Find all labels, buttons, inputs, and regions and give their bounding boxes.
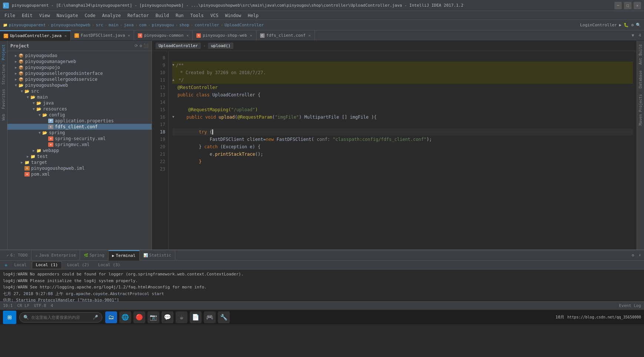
- tree-item-java[interactable]: ▼ 📂 java: [7, 100, 152, 106]
- bottom-tab-spring[interactable]: 🌿 Spring: [80, 250, 109, 261]
- terminal-subtab-local1[interactable]: Local (1): [32, 261, 62, 268]
- left-tab-structure[interactable]: Structure: [1, 62, 6, 87]
- close-button[interactable]: ✕: [634, 2, 641, 9]
- menu-window[interactable]: Window: [222, 12, 244, 19]
- breadcrumb-class[interactable]: UploadController: [225, 23, 264, 27]
- taskbar-app-app8[interactable]: 🎮: [204, 311, 216, 323]
- tab-close-fdfs[interactable]: ✕: [309, 33, 311, 37]
- tree-item-iml[interactable]: i pinyougoushopweb.iml: [7, 165, 152, 171]
- terminal-add-button[interactable]: +: [3, 262, 9, 268]
- tree-item-sellergoods-iface[interactable]: ▶ 📦 pinyougousellergoodsinterface: [7, 70, 152, 76]
- right-tab-maven[interactable]: Maven Projects: [638, 92, 643, 128]
- debug-button[interactable]: 🐛: [624, 23, 629, 27]
- tree-item-src[interactable]: ▼ 📂 src: [7, 88, 152, 94]
- breadcrumb-com[interactable]: com: [139, 23, 146, 27]
- breadcrumb-root[interactable]: pinyougouparent: [9, 23, 46, 27]
- bottom-tab-todo[interactable]: ✓ 6: TODO: [3, 250, 31, 261]
- taskbar-app-app4[interactable]: 📷: [147, 311, 159, 323]
- taskbar-app-app3[interactable]: 🔴: [133, 311, 145, 323]
- taskbar-app-app9[interactable]: 🔧: [218, 311, 230, 323]
- terminal-subtab-local[interactable]: Local: [10, 262, 30, 268]
- tab-close-common[interactable]: ✕: [186, 33, 189, 37]
- taskbar-app-app5[interactable]: 💬: [162, 311, 173, 323]
- menu-analyze[interactable]: Analyze: [99, 12, 124, 19]
- taskbar-app-explorer[interactable]: 🗂: [105, 311, 117, 323]
- tree-item-pom[interactable]: x pom.xml: [7, 171, 152, 177]
- breadcrumb-shop[interactable]: shop: [179, 23, 189, 27]
- status-encoding[interactable]: UTF-8: [34, 303, 46, 308]
- start-button[interactable]: ⊞: [3, 311, 16, 324]
- tree-item-springmvc[interactable]: x springmvc.xml: [7, 142, 152, 148]
- tree-item-sellergoods-svc[interactable]: ▶ 📦 pinyougousellergoodsservice: [7, 76, 152, 82]
- breadcrumb-controller[interactable]: controller: [195, 23, 219, 27]
- menu-edit[interactable]: Edit: [19, 12, 36, 19]
- breadcrumb-src[interactable]: src: [96, 23, 103, 27]
- taskbar-search[interactable]: 🔍 🎤: [19, 312, 102, 323]
- fold-icon-9[interactable]: ▼: [172, 63, 174, 68]
- tree-item-main[interactable]: ▼ 📂 main: [7, 94, 152, 100]
- breadcrumb-shopweb[interactable]: pinyougoushopweb: [51, 23, 90, 27]
- menu-vcs[interactable]: VCS: [208, 12, 222, 19]
- menu-view[interactable]: View: [36, 12, 53, 19]
- editor-bc-method[interactable]: upload(): [208, 43, 233, 49]
- tree-item-spring-security[interactable]: x spring-security.xml: [7, 136, 152, 142]
- terminal-subtab-local2[interactable]: Local (2): [63, 262, 93, 268]
- sync-icon[interactable]: ⟳: [135, 43, 138, 48]
- menu-file[interactable]: File: [1, 12, 18, 19]
- menu-refactor[interactable]: Refactor: [125, 12, 152, 19]
- tree-item-resources[interactable]: ▼ 📂 resources: [7, 106, 152, 112]
- tree-item-pinyougoudao[interactable]: ▶ 📦 pinyougoudao: [7, 53, 152, 59]
- left-tab-favorites[interactable]: Favorites: [1, 87, 6, 111]
- tree-item-pojo[interactable]: ▶ 📦 pinyougoupojo: [7, 65, 152, 70]
- bottom-tab-javaee[interactable]: ☕ Java Enterprise: [31, 250, 80, 261]
- tab-close-fastdfs[interactable]: ✕: [128, 33, 130, 37]
- breadcrumb-main[interactable]: main: [109, 23, 119, 27]
- tree-item-managerweb[interactable]: ▶ 📦 pinyougoumanagerweb: [7, 59, 152, 65]
- tree-item-webapp[interactable]: ▶ 📁 webapp: [7, 148, 152, 153]
- tree-item-config[interactable]: ▼ 📂 config: [7, 112, 152, 118]
- tree-item-app-props[interactable]: P application.properties: [7, 118, 152, 124]
- minimize-button[interactable]: ─: [614, 2, 622, 9]
- tree-item-test[interactable]: ▶ 📁 test: [7, 153, 152, 159]
- status-line-ending[interactable]: CR LF: [17, 303, 30, 308]
- event-log-button[interactable]: Event Log: [619, 303, 641, 308]
- bottom-tab-statistic[interactable]: 📊 Statistic: [140, 250, 176, 261]
- fold-icon-16[interactable]: ▼: [172, 115, 174, 120]
- breadcrumb-pinyougou[interactable]: pinyougou: [152, 23, 174, 27]
- run-config-selector[interactable]: LoginController: [580, 23, 617, 27]
- menu-run[interactable]: Run: [173, 12, 187, 19]
- tab-fdfs-conf[interactable]: c fdfs_client.conf ✕: [256, 30, 315, 41]
- taskbar-app-app6[interactable]: ☕: [176, 311, 187, 323]
- code-editor[interactable]: ▼ /** * Created by 37269 on 2018/7/27. ▲…: [169, 51, 637, 249]
- tab-upload-controller[interactable]: J UploadController.java ✕: [0, 30, 71, 41]
- taskbar-app-chrome[interactable]: 🌐: [119, 311, 131, 323]
- maximize-button[interactable]: □: [624, 2, 631, 9]
- fold-icon-11[interactable]: ▲: [172, 77, 174, 83]
- menu-build[interactable]: Build: [153, 12, 172, 19]
- editor-bc-class[interactable]: UploadController: [156, 43, 201, 49]
- gear-icon[interactable]: ⚙: [139, 43, 142, 48]
- build-button[interactable]: ⚙: [631, 23, 634, 27]
- tab-shopweb[interactable]: x pinyougou-shop-web ✕: [193, 30, 256, 41]
- menu-tools[interactable]: Tools: [187, 12, 207, 19]
- menu-help[interactable]: Help: [245, 12, 262, 19]
- right-tab-ant[interactable]: Ant Build: [638, 42, 643, 67]
- bottom-tab-terminal[interactable]: ▶ Terminal: [109, 250, 140, 261]
- expand-icon[interactable]: ⬛: [143, 43, 149, 48]
- taskbar-search-input[interactable]: [31, 315, 90, 320]
- tab-close-upload[interactable]: ✕: [64, 34, 67, 38]
- left-tab-project[interactable]: Project: [1, 42, 6, 62]
- terminal-subtab-local3[interactable]: Local (3): [94, 262, 124, 268]
- tree-item-shopweb[interactable]: ▼ 📂 pinyougoushopweb: [7, 82, 152, 88]
- settings-icon[interactable]: ⚙: [632, 253, 634, 258]
- menu-navigate[interactable]: Navigate: [54, 12, 81, 19]
- menu-code[interactable]: Code: [82, 12, 99, 19]
- hide-panel-icon[interactable]: ⬇: [638, 253, 641, 258]
- tree-item-target[interactable]: ▶ 📁 target: [7, 159, 152, 165]
- tab-fastdfs-client[interactable]: J FastDFSClient.java ✕: [71, 30, 134, 41]
- breadcrumb-java[interactable]: java: [124, 23, 134, 27]
- search-everywhere[interactable]: 🔍: [636, 23, 641, 27]
- run-button[interactable]: ▶: [619, 23, 622, 27]
- left-tab-web[interactable]: Web: [1, 112, 6, 123]
- tab-close-shopweb[interactable]: ✕: [250, 33, 252, 37]
